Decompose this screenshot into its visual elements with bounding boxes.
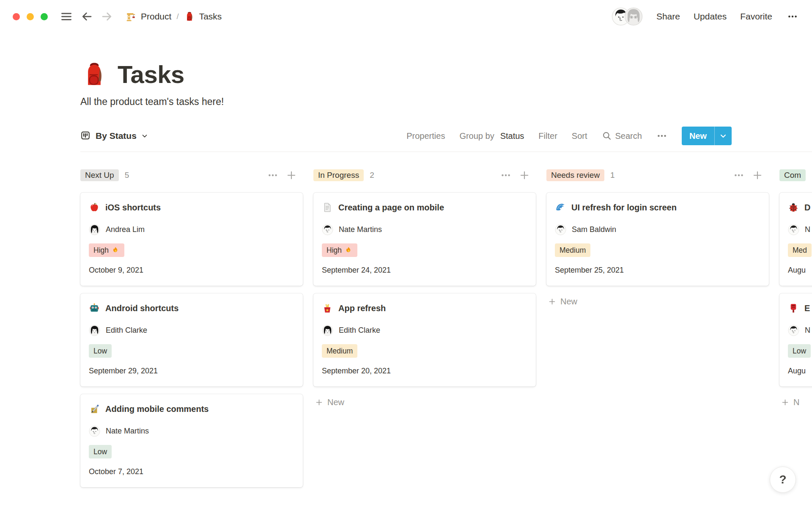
- new-button-label: New: [327, 398, 344, 407]
- card-priority-row: Medium: [322, 344, 527, 358]
- water-wave-emoji: [555, 202, 566, 213]
- avatar: [555, 224, 566, 235]
- column-new-button[interactable]: New: [313, 398, 536, 407]
- avatar: [322, 325, 333, 336]
- breadcrumb-item-tasks[interactable]: Tasks: [181, 9, 225, 24]
- card-title-row: Creating a page on mobile: [322, 201, 527, 214]
- column-status-badge[interactable]: Com: [779, 169, 806, 181]
- card-title-text: Creating a page on mobile: [338, 203, 444, 213]
- card-due-date: September 25, 2021: [555, 265, 760, 276]
- collaborator-avatars[interactable]: [612, 7, 643, 26]
- card-title-text: Android shortcuts: [105, 304, 178, 313]
- column-add-icon[interactable]: [752, 170, 763, 181]
- view-switcher[interactable]: By Status: [80, 130, 148, 141]
- card-assignee-row: Nate Martins: [322, 223, 527, 236]
- task-card[interactable]: ENLowAugu: [779, 293, 812, 387]
- task-card[interactable]: iOS shortcutsAndrea LimHighOctober 9, 20…: [80, 193, 303, 286]
- card-due-date: October 9, 2021: [89, 265, 294, 276]
- traffic-light-close[interactable]: [13, 13, 20, 20]
- avatar: [788, 325, 799, 336]
- sort-button[interactable]: Sort: [572, 131, 587, 141]
- priority-badge: Medium: [322, 344, 357, 358]
- group-by-button[interactable]: Group by Status: [459, 131, 524, 141]
- back-arrow-icon[interactable]: [80, 10, 93, 23]
- breadcrumb: Product / Tasks: [123, 9, 224, 24]
- hamburger-icon[interactable]: [60, 10, 73, 23]
- updates-button[interactable]: Updates: [694, 11, 727, 22]
- chevron-down-icon: [141, 132, 148, 140]
- card-priority-row: High: [322, 243, 527, 257]
- plus-icon: [315, 398, 323, 406]
- column-header: Com: [779, 168, 812, 182]
- column-add-icon[interactable]: [286, 170, 297, 181]
- group-by-prefix: Group by: [459, 131, 494, 141]
- column-header: Needs review1: [546, 168, 769, 182]
- favorite-button[interactable]: Favorite: [740, 11, 772, 22]
- card-assignee-name: Sam Baldwin: [572, 225, 616, 234]
- search-label: Search: [615, 131, 642, 141]
- french-fries-emoji: [322, 303, 333, 314]
- toolbar-more-icon[interactable]: [656, 130, 667, 141]
- card-assignee-row: Sam Baldwin: [555, 223, 760, 236]
- priority-badge: Low: [89, 344, 112, 358]
- column-more-icon[interactable]: [267, 170, 278, 181]
- task-card[interactable]: UI refresh for login screenSam BaldwinMe…: [546, 193, 769, 286]
- column-new-button[interactable]: New: [546, 297, 769, 306]
- card-title-row: iOS shortcuts: [89, 201, 294, 214]
- building-construction-emoji: [126, 11, 137, 22]
- card-title-text: iOS shortcuts: [105, 203, 161, 213]
- card-title-text: E: [804, 304, 810, 313]
- share-button[interactable]: Share: [656, 11, 680, 22]
- card-assignee-row: Nate Martins: [89, 425, 294, 437]
- column-new-button[interactable]: N: [779, 398, 812, 407]
- traffic-light-zoom[interactable]: [41, 13, 48, 20]
- fire-emoji: [345, 246, 353, 254]
- card-title-row: Android shortcuts: [89, 302, 294, 315]
- column-more-icon[interactable]: [733, 170, 744, 181]
- priority-badge: Med: [788, 243, 812, 257]
- breadcrumb-item-product[interactable]: Product: [123, 9, 174, 24]
- search-button[interactable]: Search: [602, 131, 642, 141]
- kanban-board: Next Up5iOS shortcutsAndrea LimHighOctob…: [80, 168, 812, 487]
- new-button-label: N: [793, 398, 799, 407]
- card-title-row: Adding mobile comments: [89, 403, 294, 415]
- card-assignee-row: N: [788, 223, 812, 236]
- column-cards: iOS shortcutsAndrea LimHighOctober 9, 20…: [80, 193, 303, 487]
- column-header: In Progress2: [313, 168, 536, 182]
- task-card[interactable]: Adding mobile commentsNate MartinsLowOct…: [80, 394, 303, 487]
- column-add-icon[interactable]: [519, 170, 530, 181]
- column-status-badge[interactable]: Needs review: [546, 169, 604, 181]
- column-header: Next Up5: [80, 168, 303, 182]
- card-assignee-row: Andrea Lim: [89, 223, 294, 236]
- filter-button[interactable]: Filter: [538, 131, 557, 141]
- traffic-light-minimize[interactable]: [27, 13, 34, 20]
- new-button-label: New: [560, 297, 577, 306]
- help-button[interactable]: ?: [770, 467, 796, 493]
- task-card[interactable]: Android shortcutsEdith ClarkeLowSeptembe…: [80, 293, 303, 387]
- card-due-date: October 7, 2021: [89, 466, 294, 477]
- new-button-label[interactable]: New: [682, 127, 714, 145]
- card-assignee-name: N: [805, 225, 810, 234]
- plus-icon: [781, 398, 789, 406]
- card-due-date: September 20, 2021: [322, 365, 527, 376]
- more-options-icon[interactable]: [786, 10, 799, 23]
- column-card-count: 2: [370, 171, 374, 180]
- new-button-chevron-icon[interactable]: [715, 127, 732, 145]
- column-more-icon[interactable]: [500, 170, 511, 181]
- column-status-badge[interactable]: In Progress: [313, 169, 364, 181]
- properties-button[interactable]: Properties: [406, 131, 445, 141]
- task-card[interactable]: Creating a page on mobileNate MartinsHig…: [313, 193, 536, 286]
- task-card[interactable]: DNMedAugu: [779, 193, 812, 286]
- board-column-next-up: Next Up5iOS shortcutsAndrea LimHighOctob…: [80, 168, 303, 487]
- task-card[interactable]: App refreshEdith ClarkeMediumSeptember 2…: [313, 293, 536, 387]
- column-status-badge[interactable]: Next Up: [80, 169, 119, 181]
- new-button[interactable]: New: [682, 127, 732, 145]
- card-due-date: September 24, 2021: [322, 265, 527, 276]
- avatar: [89, 224, 100, 235]
- card-due-date: Augu: [788, 365, 812, 376]
- card-title-text: App refresh: [338, 304, 386, 313]
- postbox-emoji: [788, 303, 799, 314]
- window-controls: [13, 13, 48, 20]
- page-icon-backpack[interactable]: [80, 61, 108, 88]
- page-facing-up-emoji: [322, 202, 333, 213]
